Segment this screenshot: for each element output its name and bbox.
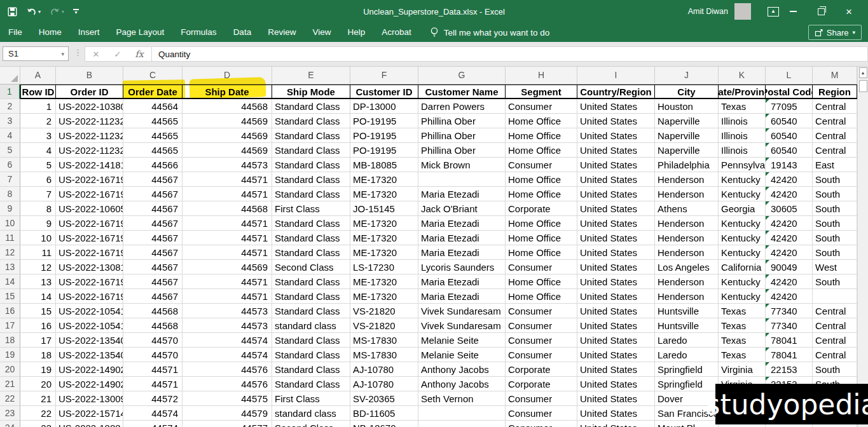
cell[interactable]: Kentucky [719, 274, 766, 289]
cell[interactable]: US-2022-10380 [56, 99, 123, 114]
tab-file[interactable]: File [0, 23, 31, 42]
tab-view[interactable]: View [304, 23, 339, 42]
cell[interactable]: 6 [20, 172, 56, 187]
cell[interactable]: 44571 [123, 362, 183, 377]
cell[interactable]: VS-21820 [350, 318, 418, 333]
cell[interactable]: Standard Class [272, 274, 350, 289]
cell[interactable]: 44568 [123, 304, 183, 318]
cell[interactable]: 19 [20, 362, 56, 377]
cell[interactable]: ME-17320 [350, 245, 418, 260]
row-number[interactable]: 24 [0, 421, 20, 427]
cell[interactable]: 44570 [123, 348, 183, 362]
cell[interactable]: Kentucky [719, 289, 766, 304]
row-number[interactable]: 8 [0, 187, 20, 201]
cell[interactable]: Darren Powers [418, 99, 506, 114]
cell[interactable]: Central [813, 143, 857, 158]
column-letter-C[interactable]: C [123, 66, 183, 84]
column-header-region[interactable]: Region [813, 85, 857, 99]
cell[interactable]: ME-17320 [350, 172, 418, 187]
cell[interactable]: United States [577, 128, 655, 143]
cell[interactable]: US-2022-14902 [56, 377, 123, 391]
cell[interactable]: 4 [20, 143, 56, 158]
column-header-country-region[interactable]: Country/Region [577, 85, 655, 99]
cell[interactable]: US-2022-11232 [56, 143, 123, 158]
cell[interactable]: United States [577, 231, 655, 245]
cell[interactable]: US-2022-10605 [56, 201, 123, 216]
cell[interactable]: US-2022-11232 [56, 128, 123, 143]
cell[interactable]: US-2022-14902 [56, 362, 123, 377]
cell[interactable]: 20 [20, 377, 56, 391]
cell[interactable]: Kentucky [719, 231, 766, 245]
cell[interactable]: Georgia [719, 201, 766, 216]
column-header-customer-id[interactable]: Customer ID [350, 85, 418, 99]
cancel-icon[interactable]: ✕ [85, 50, 107, 59]
row-number[interactable]: 6 [0, 158, 20, 172]
cell[interactable]: US-2022-13540 [56, 348, 123, 362]
cell[interactable]: 44573 [183, 318, 272, 333]
name-box[interactable]: S1 ▾ [3, 46, 69, 61]
cell[interactable]: Standard Class [272, 362, 350, 377]
cell[interactable]: 44567 [123, 274, 183, 289]
cell[interactable]: Melanie Seite [418, 333, 506, 348]
row-number[interactable]: 3 [0, 114, 20, 128]
cell[interactable]: PO-19195 [350, 114, 418, 128]
cell[interactable] [418, 172, 506, 187]
cell[interactable]: United States [577, 362, 655, 377]
cell[interactable]: Standard Class [272, 289, 350, 304]
cell[interactable]: 44576 [183, 377, 272, 391]
tab-help[interactable]: Help [339, 23, 373, 42]
column-letter-B[interactable]: B [56, 66, 123, 84]
cell[interactable]: Home Office [506, 231, 577, 245]
cell[interactable]: 42420 [766, 289, 813, 304]
cell[interactable]: Illinois [719, 143, 766, 158]
row-number[interactable]: 7 [0, 172, 20, 187]
cell[interactable]: US-2022-11232 [56, 114, 123, 128]
cell[interactable]: 44571 [183, 172, 272, 187]
cell[interactable]: Standard Class [272, 172, 350, 187]
cell[interactable]: Henderson [655, 216, 719, 231]
cell[interactable]: 90049 [766, 260, 813, 274]
cell[interactable]: MB-18085 [350, 158, 418, 172]
cell[interactable]: Lycoris Saunders [418, 260, 506, 274]
cell[interactable]: Home Office [506, 143, 577, 158]
cell[interactable]: 44577 [183, 421, 272, 427]
cell[interactable]: 44574 [123, 406, 183, 421]
cell[interactable]: Seth Vernon [418, 391, 506, 406]
cell[interactable]: 44565 [123, 128, 183, 143]
cell[interactable]: MS-17830 [350, 348, 418, 362]
cell[interactable]: AJ-10780 [350, 377, 418, 391]
share-button[interactable]: Share ▾ [808, 25, 862, 40]
redo-icon[interactable]: ▾ [50, 7, 64, 17]
cell[interactable]: Standard Class [272, 114, 350, 128]
cell[interactable]: standard class [272, 406, 350, 421]
avatar[interactable] [734, 3, 751, 20]
cell[interactable]: NB-18670 [350, 421, 418, 427]
cell[interactable]: 15 [20, 304, 56, 318]
cell[interactable]: Corporate [506, 362, 577, 377]
column-header-row-id[interactable]: Row ID [20, 85, 56, 99]
cell[interactable]: 44571 [183, 245, 272, 260]
cell[interactable]: Standard Class [272, 216, 350, 231]
cell[interactable]: standard class [272, 318, 350, 333]
row-number[interactable]: 19 [0, 348, 20, 362]
cell[interactable]: US-2022-16719 [56, 172, 123, 187]
cell[interactable]: 13 [20, 274, 56, 289]
cell[interactable]: Standard Class [272, 245, 350, 260]
cell[interactable]: US-2022-16719 [56, 245, 123, 260]
cell[interactable]: Naperville [655, 114, 719, 128]
cell[interactable]: First Class [272, 391, 350, 406]
cell[interactable]: Henderson [655, 289, 719, 304]
cell[interactable]: LS-17230 [350, 260, 418, 274]
cell[interactable]: Standard Class [272, 231, 350, 245]
cell[interactable]: United States [577, 143, 655, 158]
undo-icon[interactable]: ▾ [26, 7, 41, 17]
row-number[interactable]: 17 [0, 318, 20, 333]
tab-insert[interactable]: Insert [70, 23, 108, 42]
cell[interactable]: ME-17320 [350, 289, 418, 304]
cell[interactable]: 77340 [766, 318, 813, 333]
cell[interactable]: Consumer [506, 99, 577, 114]
cell[interactable]: Maria Etezadi [418, 289, 506, 304]
cell[interactable]: Consumer [506, 260, 577, 274]
cell[interactable]: MS-17830 [350, 333, 418, 348]
cell[interactable] [813, 289, 857, 304]
